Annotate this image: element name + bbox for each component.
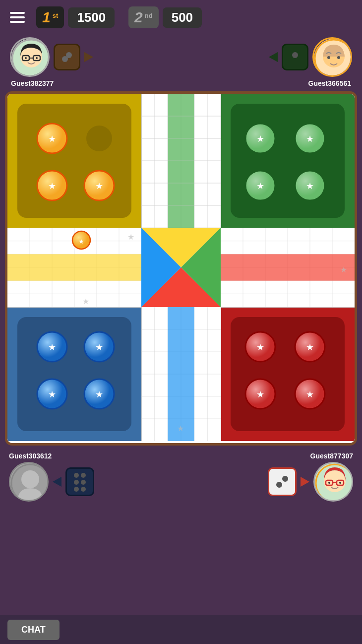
svg-text:★: ★	[256, 134, 264, 144]
players-top-row: Guest382377	[0, 35, 362, 87]
player-bottom-right: Guest877307	[268, 452, 353, 502]
svg-text:★: ★	[78, 238, 84, 245]
svg-rect-107	[168, 307, 194, 441]
board-svg: ★ ★ ★ ★ ★ ★ ★ ★ ★ ★ ★	[7, 94, 355, 441]
name-top-left: Guest382377	[10, 79, 54, 87]
svg-text:★: ★	[306, 134, 314, 144]
top-bar: 1st 1500 2nd 500	[0, 0, 362, 35]
rank1-text: 1	[42, 9, 51, 26]
name-bottom-left: Guest303612	[9, 452, 52, 460]
svg-text:★: ★	[95, 389, 103, 399]
player-top-left: Guest382377	[10, 37, 93, 87]
player-bottom-left: Guest303612	[9, 452, 94, 502]
svg-text:★: ★	[48, 181, 56, 191]
avatar-top-left	[10, 37, 50, 77]
dice-bottom-left	[65, 467, 94, 496]
svg-point-5	[25, 57, 27, 59]
svg-point-18	[86, 126, 112, 151]
svg-point-135	[328, 482, 330, 484]
arrow-bottom-right	[301, 477, 309, 487]
players-bottom-row: Guest303612	[0, 450, 362, 502]
svg-rect-24	[231, 104, 345, 218]
svg-rect-121	[221, 228, 355, 228]
svg-text:★: ★	[306, 342, 314, 352]
ludo-board: ★ ★ ★ ★ ★ ★ ★ ★ ★ ★ ★	[5, 91, 357, 446]
svg-text:★: ★	[256, 342, 264, 352]
svg-rect-126	[221, 307, 221, 441]
name-bottom-right: Guest877307	[310, 452, 353, 460]
svg-text:★: ★	[95, 342, 103, 352]
name-top-right: Guest366561	[308, 79, 352, 87]
svg-point-128	[21, 470, 39, 488]
svg-rect-83	[7, 254, 141, 280]
svg-rect-123	[141, 94, 142, 228]
svg-text:★: ★	[48, 134, 56, 144]
dice-top-right	[282, 44, 308, 70]
dice-bottom-right[interactable]	[268, 467, 297, 496]
score1: 1500	[77, 10, 106, 25]
svg-text:★: ★	[340, 265, 347, 274]
svg-point-10	[327, 56, 330, 59]
arrow-top-right	[269, 52, 278, 62]
score2: 500	[172, 10, 193, 25]
rank1-badge: 1st	[36, 6, 64, 28]
svg-point-136	[339, 482, 341, 484]
svg-text:★: ★	[48, 342, 56, 352]
rank2-badge: 2nd	[128, 6, 159, 28]
arrow-top-left	[84, 52, 93, 62]
svg-text:★: ★	[306, 181, 314, 191]
dice-top-left	[54, 44, 80, 70]
avatar-top-right	[312, 37, 352, 77]
svg-rect-125	[141, 307, 142, 441]
svg-rect-124	[221, 94, 221, 228]
chat-button[interactable]: CHAT	[7, 620, 60, 640]
svg-text:★: ★	[177, 424, 184, 433]
menu-button[interactable]	[7, 9, 27, 25]
svg-text:★: ★	[127, 233, 134, 241]
svg-rect-122	[221, 307, 355, 308]
rank2-text: 2	[134, 9, 143, 26]
rank1-suffix: st	[53, 12, 59, 19]
svg-rect-44	[231, 317, 345, 431]
svg-rect-95	[221, 254, 355, 280]
svg-text:★: ★	[82, 297, 89, 306]
rank2-suffix: nd	[145, 12, 153, 19]
score1-badge: 1500	[68, 7, 115, 28]
score2-badge: 500	[163, 7, 202, 28]
svg-text:★: ★	[256, 389, 264, 399]
avatar-bottom-right	[313, 462, 353, 502]
avatar-bottom-left	[9, 462, 49, 502]
chat-bar: CHAT	[0, 615, 362, 644]
svg-text:★: ★	[48, 389, 56, 399]
svg-rect-15	[17, 104, 131, 218]
svg-text:★: ★	[95, 181, 103, 191]
svg-rect-120	[7, 307, 141, 308]
arrow-bottom-left	[53, 477, 61, 487]
svg-point-11	[337, 56, 340, 59]
svg-text:★: ★	[256, 181, 264, 191]
svg-text:★: ★	[306, 389, 314, 399]
svg-point-6	[36, 57, 38, 59]
svg-rect-34	[17, 317, 131, 431]
player-top-right: Guest366561	[269, 37, 352, 87]
svg-rect-119	[7, 228, 141, 228]
